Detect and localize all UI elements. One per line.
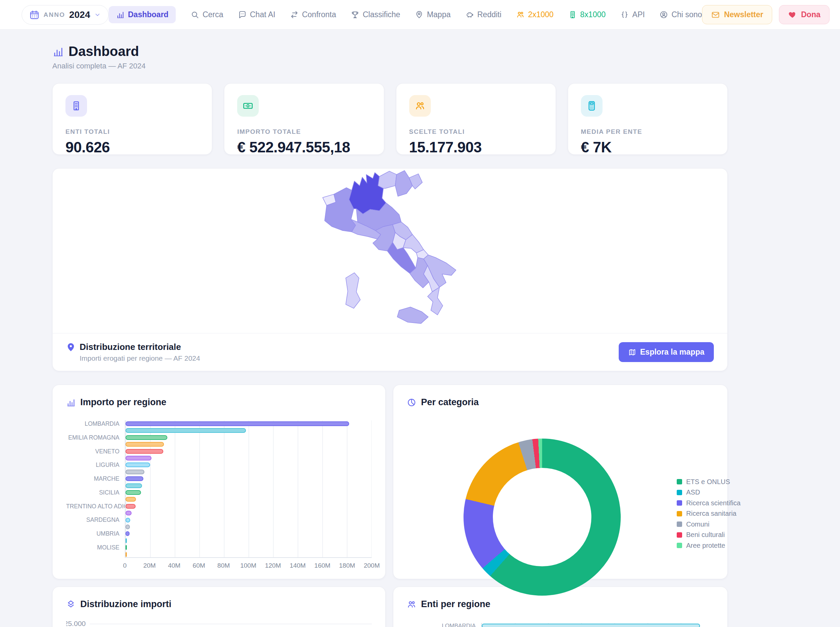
- nav-item-label: Chat AI: [250, 10, 275, 19]
- importo-bar: [125, 518, 130, 523]
- importo-row-label: [66, 427, 125, 434]
- nav-item-redditi[interactable]: Redditi: [466, 10, 502, 19]
- importo-regione-card: Importo per regione LOMBARDIAEMILIA ROMA…: [52, 384, 385, 579]
- importo-row-label: [66, 469, 125, 475]
- nav-item-api[interactable]: API: [621, 10, 645, 19]
- donut-legend: ETS e ONLUSASDRicerca scientificaRicerca…: [677, 479, 741, 553]
- nav-item-chi-sono[interactable]: Chi sono: [660, 10, 702, 19]
- nav-item-mappa[interactable]: Mappa: [415, 10, 450, 19]
- nav-item-label: Chi sono: [671, 10, 702, 19]
- legend-swatch: [677, 532, 682, 538]
- legend-item[interactable]: Beni culturali: [677, 532, 741, 538]
- nav-item-2x1000[interactable]: 2x1000: [516, 10, 553, 19]
- importo-row-label: LOMBARDIA: [66, 421, 125, 427]
- importo-row-label: [66, 441, 125, 447]
- map-region-sicilia[interactable]: [397, 307, 428, 323]
- calendar-icon: [29, 10, 39, 20]
- importo-row-label: LIGURIA: [66, 462, 125, 468]
- user-circle-icon: [660, 11, 668, 19]
- map-region-veneto[interactable]: [395, 170, 412, 196]
- legend-item[interactable]: Ricerca sanitaria: [677, 511, 741, 517]
- heart-icon: [788, 11, 797, 19]
- nav-item-8x1000[interactable]: 8x1000: [568, 10, 606, 19]
- importo-bar: [125, 463, 150, 467]
- legend-swatch: [677, 479, 682, 484]
- importo-bar: [125, 476, 144, 481]
- importo-row-label: SARDEGNA: [66, 517, 125, 523]
- per-categoria-title: Per categoria: [421, 397, 479, 408]
- importo-x-tick: 80M: [217, 562, 230, 569]
- importo-x-tick: 180M: [339, 562, 355, 569]
- per-categoria-card: Per categoria ETS e ONLUSASDRicerca scie…: [393, 384, 728, 579]
- map-pin-icon: [66, 342, 76, 352]
- building-icon: [71, 101, 82, 111]
- nav-item-label: API: [632, 10, 645, 19]
- dona-button[interactable]: Dona: [779, 5, 829, 24]
- legend-label: Beni culturali: [686, 531, 725, 539]
- importo-bar: [125, 525, 130, 529]
- map-section-title: Distribuzione territoriale: [80, 342, 181, 352]
- legend-item[interactable]: Aree protette: [677, 543, 741, 548]
- nav-item-dashboard[interactable]: Dashboard: [109, 6, 176, 23]
- importo-bar: [125, 531, 129, 536]
- importo-x-tick: 40M: [168, 562, 180, 569]
- importo-x-tick: 100M: [240, 562, 256, 569]
- map-footer: Distribuzione territoriale Importi eroga…: [53, 333, 727, 371]
- legend-swatch: [677, 521, 682, 527]
- map-region-trentino[interactable]: [378, 171, 397, 188]
- stat-value: 15.177.903: [409, 139, 543, 156]
- nav-item-label: 8x1000: [580, 10, 606, 19]
- legend-item[interactable]: Comuni: [677, 521, 741, 527]
- importo-bar: [125, 442, 164, 447]
- importo-bar: [125, 497, 136, 502]
- importo-bar: [125, 504, 136, 509]
- donut-zone: ETS e ONLUSASDRicerca scientificaRicerca…: [407, 408, 714, 571]
- map-section-subtitle: Importi erogati per regione — AF 2024: [80, 354, 200, 362]
- enti-y-labels: LOMBARDIAEMILIA ROMAGNAVENETO: [407, 623, 481, 627]
- newsletter-label: Newsletter: [724, 10, 763, 19]
- stat-label: MEDIA PER ENTE: [581, 128, 715, 135]
- bar-chart-icon: [66, 398, 76, 407]
- importo-row-label: VENETO: [66, 448, 125, 455]
- nav-item-chat-ai[interactable]: Chat AI: [238, 10, 275, 19]
- nav-item-classifiche[interactable]: Classifiche: [351, 10, 400, 19]
- distribuzione-importi-card: Distribuzione importi 25.00020.00015.000: [52, 586, 385, 627]
- legend-label: Comuni: [686, 520, 709, 528]
- year-selector[interactable]: ANNO 2024: [22, 5, 109, 25]
- layers-icon: [66, 600, 76, 609]
- people-icon: [415, 101, 425, 111]
- legend-item[interactable]: ASD: [677, 490, 741, 495]
- page-head: Dashboard Analisi completa — AF 2024: [52, 44, 728, 71]
- explore-map-button[interactable]: Esplora la mappa: [619, 342, 714, 362]
- stat-card-2: SCELTE TOTALI15.177.903: [396, 83, 556, 155]
- nav-item-cerca[interactable]: Cerca: [191, 10, 223, 19]
- people-icon: [516, 11, 524, 19]
- legend-swatch: [677, 490, 682, 495]
- importo-bar: [125, 538, 127, 543]
- topbar: ANNO 2024 DashboardCercaChat AIConfronta…: [0, 0, 840, 30]
- legend-item[interactable]: Ricerca scientifica: [677, 500, 741, 506]
- piggy-icon: [466, 11, 474, 19]
- importo-x-tick: 140M: [290, 562, 306, 569]
- map-icon: [628, 348, 636, 356]
- importo-bar: [125, 545, 127, 550]
- stat-value: € 7K: [581, 139, 715, 156]
- legend-label: ASD: [686, 488, 700, 496]
- legend-item[interactable]: ETS e ONLUS: [677, 479, 741, 484]
- importo-plot: [125, 421, 372, 558]
- stat-icon-box: [409, 95, 431, 117]
- nav-item-label: Confronta: [302, 10, 336, 19]
- newsletter-button[interactable]: Newsletter: [702, 5, 772, 24]
- importo-row-label: [66, 510, 125, 517]
- map-region-sardegna[interactable]: [346, 273, 360, 309]
- nav-item-label: Redditi: [477, 10, 502, 19]
- mail-icon: [711, 11, 720, 19]
- importo-x-tick: 120M: [265, 562, 281, 569]
- nav-item-confronta[interactable]: Confronta: [290, 10, 336, 19]
- enti-regione-title: Enti per regione: [421, 599, 491, 610]
- pie-chart-icon: [407, 398, 416, 407]
- map-region-calabria[interactable]: [428, 287, 443, 315]
- chat-icon: [238, 11, 246, 19]
- legend-swatch: [677, 500, 682, 506]
- importo-bar: [125, 421, 349, 426]
